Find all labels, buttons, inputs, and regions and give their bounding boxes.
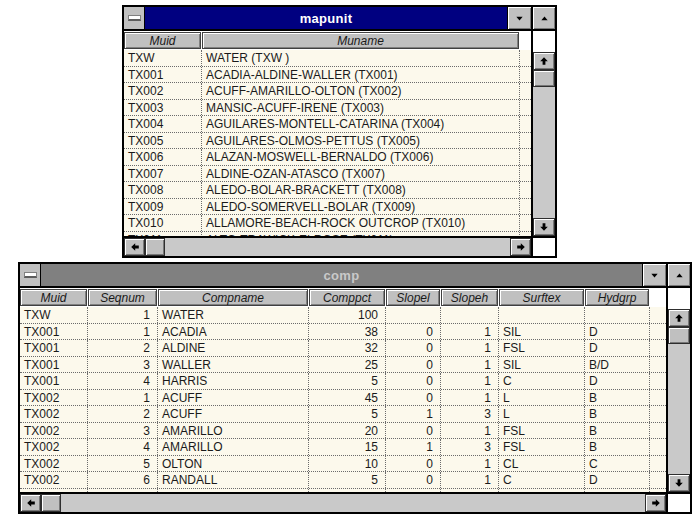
- down-arrow-icon: [539, 222, 549, 232]
- row-filler: [520, 199, 531, 215]
- window-menu-button[interactable]: [124, 7, 145, 29]
- cell: ALDINE: [158, 340, 309, 356]
- cell: 1: [88, 390, 158, 406]
- column-header-muid[interactable]: Muid: [20, 289, 87, 306]
- cell: TX010: [124, 215, 202, 231]
- row-filler: [520, 116, 531, 132]
- dash-icon: [128, 15, 141, 21]
- cell: D: [585, 340, 650, 356]
- comp-vertical-scrollbar-area: [668, 288, 690, 492]
- vertical-scrollbar-track[interactable]: [533, 87, 555, 218]
- cell: CL: [499, 456, 585, 472]
- cell: AGUILARES-MONTELL-CATARINA (TX004): [202, 116, 520, 132]
- scroll-right-button[interactable]: [645, 494, 666, 512]
- table-row[interactable]: TX005AGUILARES-OLMOS-PETTUS (TX005): [124, 133, 531, 150]
- table-row[interactable]: TX0013WALLER2501SILB/D: [20, 357, 666, 374]
- up-triangle-icon: [539, 14, 550, 23]
- horizontal-scrollbar-track[interactable]: [61, 494, 645, 512]
- horizontal-scrollbar-thumb[interactable]: [145, 238, 165, 256]
- table-row[interactable]: TX0026RANDALL501CD: [20, 472, 666, 489]
- right-arrow-icon: [651, 498, 661, 508]
- window-menu-button[interactable]: [20, 264, 41, 286]
- cell: 1: [441, 373, 499, 389]
- cell: ALLAMORE-BEACH-ROCK OUTCROP (TX010): [202, 215, 520, 231]
- table-row[interactable]: TX004AGUILARES-MONTELL-CATARINA (TX004): [124, 116, 531, 133]
- table-row[interactable]: TX0031ACUFF1003LB: [20, 489, 666, 493]
- mapunit-title-bar[interactable]: mapunit: [124, 7, 531, 29]
- column-header-seqnum[interactable]: Seqnum: [88, 289, 157, 306]
- vertical-scrollbar-track[interactable]: [668, 344, 690, 474]
- column-header-compname[interactable]: Compname: [158, 289, 308, 306]
- table-row[interactable]: TX0024AMARILLO1513FSLB: [20, 439, 666, 456]
- table-row[interactable]: TX003MANSIC-ACUFF-IRENE (TX003): [124, 100, 531, 117]
- table-row[interactable]: TX009ALEDO-SOMERVELL-BOLAR (TX009): [124, 199, 531, 216]
- scroll-left-button[interactable]: [124, 238, 145, 256]
- cell: ACUFF: [158, 406, 309, 422]
- column-header-muid[interactable]: Muid: [124, 32, 201, 49]
- vertical-scrollbar-thumb[interactable]: [668, 327, 690, 344]
- column-header-slopeh[interactable]: Slopeh: [441, 289, 498, 306]
- cell: 3: [441, 406, 499, 422]
- cell: 3: [88, 357, 158, 373]
- table-row[interactable]: TX011ALTO-TRAWICK-ELROSE (TX011): [124, 232, 531, 237]
- scroll-up-button[interactable]: [668, 309, 690, 327]
- cell: B: [585, 423, 650, 439]
- table-row[interactable]: TX0021ACUFF4501LB: [20, 390, 666, 407]
- scroll-up-button[interactable]: [533, 52, 555, 70]
- row-filler: [520, 133, 531, 149]
- cell: 1: [88, 489, 158, 493]
- scroll-right-button[interactable]: [510, 238, 531, 256]
- maximize-button[interactable]: [668, 264, 690, 286]
- row-filler: [650, 307, 666, 323]
- cell: OLTON: [158, 456, 309, 472]
- row-filler: [650, 390, 666, 406]
- table-row[interactable]: TX0012ALDINE3201FSLD: [20, 340, 666, 357]
- table-row[interactable]: TX0025OLTON1001CLC: [20, 456, 666, 473]
- cell: 20: [309, 423, 386, 439]
- table-row[interactable]: TX0011ACADIA3801SILD: [20, 324, 666, 341]
- row-filler: [650, 357, 666, 373]
- cell: D: [585, 472, 650, 488]
- minimize-button[interactable]: [507, 7, 531, 29]
- scroll-left-button[interactable]: [20, 494, 41, 512]
- vertical-scrollbar[interactable]: [668, 309, 690, 492]
- table-row[interactable]: TX002ACUFF-AMARILLO-OLTON (TX002): [124, 83, 531, 100]
- column-header-surftex[interactable]: Surftex: [499, 289, 584, 306]
- vertical-scrollbar[interactable]: [533, 52, 555, 236]
- column-header-comppct[interactable]: Comppct: [309, 289, 385, 306]
- cell: 6: [88, 472, 158, 488]
- column-header-hydgrp[interactable]: Hydgrp: [585, 289, 649, 306]
- horizontal-scrollbar[interactable]: [20, 494, 666, 512]
- table-row[interactable]: TX007ALDINE-OZAN-ATASCO (TX007): [124, 166, 531, 183]
- horizontal-scrollbar[interactable]: [124, 238, 531, 256]
- cell: L: [499, 390, 585, 406]
- table-row[interactable]: TX0014HARRIS501CD: [20, 373, 666, 390]
- vertical-scrollbar-thumb[interactable]: [533, 70, 555, 87]
- table-row[interactable]: TXWWATER (TXW ): [124, 50, 531, 67]
- cell: [386, 307, 441, 323]
- minimize-button[interactable]: [642, 264, 666, 286]
- table-row[interactable]: TX0023AMARILLO2001FSLB: [20, 423, 666, 440]
- cell: 2: [88, 340, 158, 356]
- cell: AMARILLO: [158, 423, 309, 439]
- column-header-slopel[interactable]: Slopel: [386, 289, 440, 306]
- table-row[interactable]: TX001ACADIA-ALDINE-WALLER (TX001): [124, 67, 531, 84]
- table-row[interactable]: TXW1WATER100: [20, 307, 666, 324]
- horizontal-scrollbar-track[interactable]: [165, 238, 510, 256]
- table-row[interactable]: TX0022ACUFF513LB: [20, 406, 666, 423]
- horizontal-scrollbar-thumb[interactable]: [41, 494, 61, 512]
- cell: 10: [309, 456, 386, 472]
- scroll-down-button[interactable]: [668, 474, 690, 492]
- column-header-muname[interactable]: Muname: [202, 32, 519, 49]
- cell: SIL: [499, 324, 585, 340]
- scroll-down-button[interactable]: [533, 218, 555, 236]
- comp-title-bar[interactable]: comp: [20, 264, 666, 286]
- table-row[interactable]: TX010ALLAMORE-BEACH-ROCK OUTCROP (TX010): [124, 215, 531, 232]
- table-row[interactable]: TX006ALAZAN-MOSWELL-BERNALDO (TX006): [124, 149, 531, 166]
- row-filler: [650, 472, 666, 488]
- cell: 0: [386, 472, 441, 488]
- table-row[interactable]: TX008ALEDO-BOLAR-BRACKETT (TX008): [124, 182, 531, 199]
- cell: ALTO-TRAWICK-ELROSE (TX011): [202, 232, 520, 237]
- left-arrow-icon: [26, 498, 36, 508]
- maximize-button[interactable]: [533, 7, 555, 29]
